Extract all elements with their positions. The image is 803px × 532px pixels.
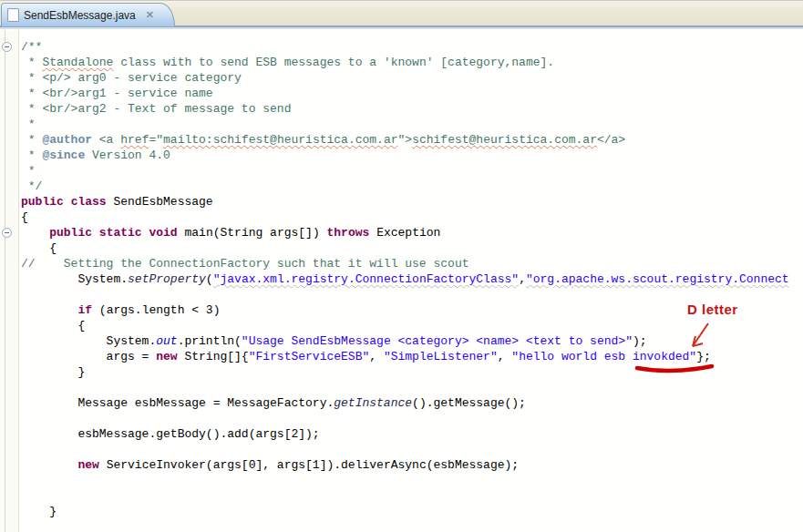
code-token: ); <box>633 334 647 348</box>
code-line[interactable] <box>21 380 803 395</box>
code-token: * <box>21 148 42 162</box>
code-token: getInstance <box>334 396 412 410</box>
code-line[interactable]: * Standalone class with to send ESB mess… <box>21 55 803 70</box>
code-line[interactable]: System.out.println("Usage SendEsbMessage… <box>21 333 803 349</box>
code-token: System. <box>21 334 156 348</box>
code-token: , <box>519 272 526 286</box>
code-line[interactable]: { <box>21 210 803 225</box>
code-token: // Setting the ConnectionFactory such th… <box>21 257 468 271</box>
gutter-divider <box>5 30 5 532</box>
code-token: * <box>21 56 42 69</box>
code-token: <a <box>92 133 120 147</box>
code-token: =" <box>149 133 163 147</box>
code-token: public <box>49 226 92 240</box>
code-line[interactable]: if (args.length < 3) <box>21 302 803 318</box>
code-line[interactable]: * @author <a href="mailto:schifest@heuri… <box>21 132 803 148</box>
code-line[interactable] <box>21 287 803 302</box>
code-token: class with to send ESB messages to a 'kn… <box>113 56 554 69</box>
code-line[interactable] <box>21 411 803 426</box>
annotation-text: D letter <box>687 302 738 317</box>
code-token: System. <box>21 272 128 286</box>
code-token: * <br/>arg1 - service name <box>21 87 213 100</box>
code-token: href <box>120 133 149 147</box>
code-token <box>92 226 99 240</box>
code-token: } <box>21 365 85 379</box>
folding-collapse-icon[interactable] <box>2 42 12 52</box>
code-token: if <box>77 303 92 317</box>
code-token <box>64 195 71 209</box>
code-token: main(String args[]) <box>178 226 327 240</box>
code-token: public <box>21 195 64 209</box>
code-token: SendEsbMessage <box>107 195 213 209</box>
code-token: "javax.xml.registry.ConnectionFactoryCla… <box>213 272 519 286</box>
code-line[interactable]: /** <box>21 39 803 55</box>
code-line[interactable]: args = new String[]{"FirstServiceESB", "… <box>21 349 803 364</box>
code-token: "FirstServiceESB" <box>249 350 370 363</box>
code-line[interactable]: public static void main(String args[]) t… <box>21 225 803 240</box>
close-icon[interactable]: ✕ <box>146 10 154 20</box>
folding-gutter <box>0 30 19 532</box>
code-token: * <p/> arg0 - service category <box>21 71 242 85</box>
code-area[interactable]: /** * Standalone class with to send ESB … <box>19 30 803 532</box>
code-line[interactable]: * <br/>arg2 - Text of message to send <box>21 101 803 117</box>
code-line[interactable]: { <box>21 240 803 256</box>
code-token: setProperty <box>128 272 206 286</box>
code-token: @author <box>42 133 92 147</box>
code-line[interactable]: Message esbMessage = MessageFactory.getI… <box>21 395 803 411</box>
code-line[interactable] <box>21 473 803 488</box>
code-token: static <box>99 226 142 240</box>
code-token: { <box>21 319 85 332</box>
editor-tab-bar: SendEsbMessage.java ✕ <box>0 0 803 27</box>
code-token: (args.length < 3) <box>92 303 220 317</box>
code-token: new <box>77 458 98 472</box>
code-token: */ <box>21 179 42 193</box>
code-line[interactable]: new ServiceInvoker(args[0], args[1]).del… <box>21 457 803 473</box>
code-line[interactable] <box>21 442 803 457</box>
code-token: * <box>21 133 42 147</box>
code-token <box>21 226 49 240</box>
code-token: { <box>21 241 57 255</box>
tab-title: SendEsbMessage.java <box>24 9 136 22</box>
code-line[interactable]: } <box>21 364 803 380</box>
code-line[interactable]: * <br/>arg1 - service name <box>21 86 803 101</box>
code-token: class <box>71 195 107 209</box>
tab-sendesbmessage-java[interactable]: SendEsbMessage.java ✕ <box>1 3 175 26</box>
code-token: .println( <box>178 334 242 348</box>
code-line[interactable] <box>21 488 803 504</box>
code-token: throws <box>327 226 370 240</box>
code-token: Version 4.0 <box>85 148 170 162</box>
code-editor: /** * Standalone class with to send ESB … <box>0 30 803 532</box>
code-line[interactable]: System.setProperty("javax.xml.registry.C… <box>21 271 803 287</box>
code-token: "SimpleListener" <box>384 350 498 363</box>
code-token: schifest@heuristica.com.ar <box>412 133 597 147</box>
code-token: Message esbMessage = MessageFactory. <box>21 396 334 410</box>
code-token: /** <box>21 40 42 54</box>
code-line[interactable]: */ <box>21 179 803 194</box>
code-token: esbMessage.getBody().add(args[2]); <box>21 427 320 441</box>
code-line[interactable]: } <box>21 504 803 519</box>
code-token: void <box>149 226 177 240</box>
code-line[interactable]: { <box>21 318 803 333</box>
code-token: "hello world esb invokded" <box>511 350 696 363</box>
code-line[interactable]: * <box>21 163 803 179</box>
code-token: * <box>21 164 36 178</box>
code-token: </a> <box>597 133 625 147</box>
code-token: mailto:schifest@heuristica.com.ar <box>163 133 397 147</box>
code-token: * <box>21 118 36 131</box>
code-line[interactable]: * <box>21 117 803 132</box>
code-token: String[]{ <box>178 350 249 363</box>
code-token: Exception <box>369 226 440 240</box>
code-token: new <box>156 350 177 363</box>
code-token: { <box>21 210 28 224</box>
code-token: @since <box>42 148 85 162</box>
code-line[interactable]: * <p/> arg0 - service category <box>21 70 803 86</box>
code-token: , <box>498 350 512 363</box>
code-line[interactable]: esbMessage.getBody().add(args[2]); <box>21 426 803 442</box>
code-token: out <box>156 334 177 348</box>
code-token: * <br/>arg2 - Text of message to send <box>21 102 291 116</box>
code-line[interactable]: // Setting the ConnectionFactory such th… <box>21 256 803 271</box>
code-line[interactable]: public class SendEsbMessage <box>21 194 803 210</box>
code-line[interactable]: * @since Version 4.0 <box>21 148 803 163</box>
folding-collapse-icon[interactable] <box>2 228 12 238</box>
code-token: ().getMessage(); <box>412 396 526 410</box>
